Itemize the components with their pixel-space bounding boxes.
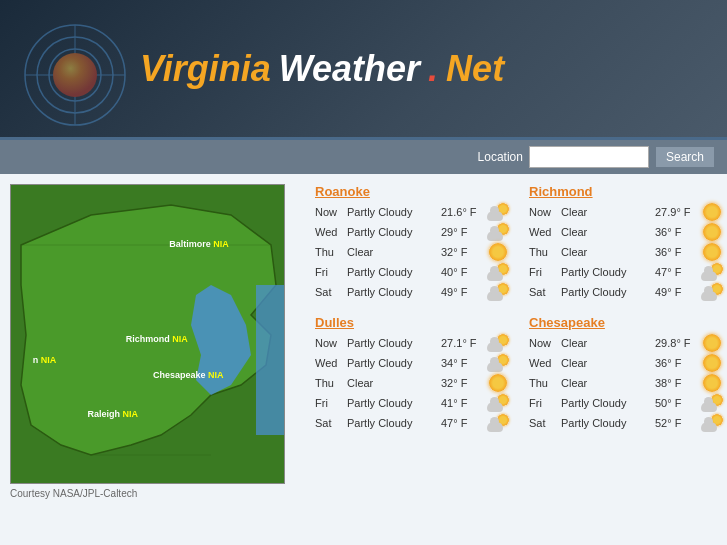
- weather-row: FriPartly Cloudy40° F: [315, 263, 509, 281]
- weather-row: NowClear29.8° F: [529, 334, 723, 352]
- map-label-baltimore: Baltimore NIA: [169, 239, 229, 249]
- logo-net: Net: [446, 48, 504, 90]
- map-label-richmond: Richmond NIA: [126, 334, 188, 344]
- city-header-chesapeake[interactable]: Chesapeake: [529, 315, 723, 330]
- logo-weather: Weather: [279, 48, 420, 90]
- weather-row: WedPartly Cloudy29° F: [315, 223, 509, 241]
- weather-row: ThuClear36° F: [529, 243, 723, 261]
- weather-row: FriPartly Cloudy50° F: [529, 394, 723, 412]
- search-button[interactable]: Search: [655, 146, 715, 168]
- city-header-roanoke[interactable]: Roanoke: [315, 184, 509, 199]
- map-caption: Courtesy NASA/JPL-Caltech: [10, 488, 305, 499]
- weather-row: SatPartly Cloudy47° F: [315, 414, 509, 432]
- map-label-raleigh: Raleigh NIA: [87, 409, 138, 419]
- location-label: Location: [478, 150, 523, 164]
- weather-row: NowPartly Cloudy21.6° F: [315, 203, 509, 221]
- site-logo: VirginiaWeather.Net: [140, 48, 504, 90]
- weather-row: WedPartly Cloudy34° F: [315, 354, 509, 372]
- svg-point-6: [53, 53, 97, 97]
- city-header-richmond[interactable]: Richmond: [529, 184, 723, 199]
- map-container: Baltimore NIA Richmond NIA Chesapeake NI…: [10, 184, 305, 544]
- map-label-roanoke: n NIA: [33, 355, 57, 365]
- svg-rect-10: [256, 285, 285, 435]
- cities-grid: Roanoke NowPartly Cloudy21.6° F WedPartl…: [315, 184, 723, 446]
- radar-graphic: [20, 20, 140, 130]
- weather-row: FriPartly Cloudy41° F: [315, 394, 509, 412]
- weather-row: SatPartly Cloudy49° F: [529, 283, 723, 301]
- weather-row: FriPartly Cloudy47° F: [529, 263, 723, 281]
- logo-dot: .: [428, 48, 438, 90]
- weather-row: NowClear27.9° F: [529, 203, 723, 221]
- logo-virginia: Virginia: [140, 48, 271, 90]
- city-chesapeake: Chesapeake NowClear29.8° F WedClear36° F…: [529, 315, 723, 434]
- header: VirginiaWeather.Net: [0, 0, 727, 140]
- weather-row: SatPartly Cloudy49° F: [315, 283, 509, 301]
- weather-row: ThuClear32° F: [315, 374, 509, 392]
- city-roanoke: Roanoke NowPartly Cloudy21.6° F WedPartl…: [315, 184, 509, 303]
- weather-row: ThuClear32° F: [315, 243, 509, 261]
- weather-row: WedClear36° F: [529, 354, 723, 372]
- city-richmond: Richmond NowClear27.9° F WedClear36° F T…: [529, 184, 723, 303]
- main-content: Baltimore NIA Richmond NIA Chesapeake NI…: [0, 174, 727, 545]
- weather-row: ThuClear38° F: [529, 374, 723, 392]
- weather-data: Roanoke NowPartly Cloudy21.6° F WedPartl…: [315, 184, 723, 544]
- location-bar: Location Search: [0, 140, 727, 174]
- weather-row: SatPartly Cloudy52° F: [529, 414, 723, 432]
- weather-row: WedClear36° F: [529, 223, 723, 241]
- map-label-chesapeake: Chesapeake NIA: [153, 370, 224, 380]
- city-header-dulles[interactable]: Dulles: [315, 315, 509, 330]
- weather-row: NowPartly Cloudy27.1° F: [315, 334, 509, 352]
- city-dulles: Dulles NowPartly Cloudy27.1° F WedPartly…: [315, 315, 509, 434]
- location-input[interactable]: [529, 146, 649, 168]
- map: Baltimore NIA Richmond NIA Chesapeake NI…: [10, 184, 285, 484]
